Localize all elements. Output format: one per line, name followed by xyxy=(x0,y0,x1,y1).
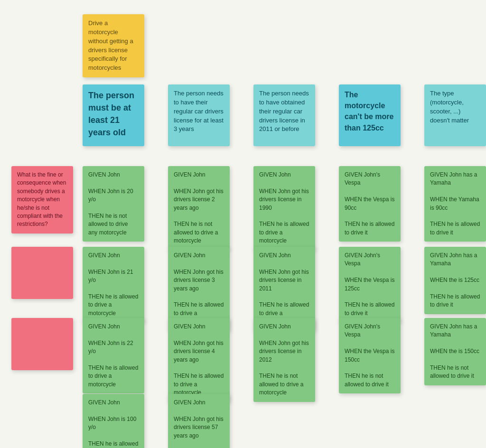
sticky-case-year1: GIVEN JohnWHEN John got his drivers lice… xyxy=(253,166,315,250)
sticky-text-case-cc1-2: THEN he is allowed to drive it xyxy=(345,221,394,235)
sticky-text-main-topic-0: Drive a motorcycle without getting a dri… xyxy=(88,19,133,71)
sticky-text-case-type3-1: WHEN the is 150cc xyxy=(430,348,479,355)
sticky-case-lic3: GIVEN JohnWHEN John got his drivers lice… xyxy=(168,318,230,402)
sticky-text-case-type1-1: WHEN the Yamaha is 90cc xyxy=(430,196,479,211)
sticky-text-case-cc2-1: WHEN the Vespa is 125cc xyxy=(345,277,394,291)
sticky-text-case-age3-0: GIVEN John xyxy=(88,323,120,330)
sticky-rule3: The person needs to have obtained their … xyxy=(253,84,315,146)
sticky-text-case-year3-0: GIVEN John xyxy=(259,323,291,330)
sticky-text-case-type2-2: THEN he is allowed to drive it xyxy=(430,293,480,308)
sticky-main-topic: Drive a motorcycle without getting a dri… xyxy=(83,14,144,77)
sticky-text-case-type1-0: GIVEN John has a Yamaha xyxy=(430,171,477,186)
sticky-text-case-age3-2: THEN he is allowed to drive a motorcycle xyxy=(88,364,138,388)
sticky-text-case-lic2-0: GIVEN John xyxy=(174,252,206,259)
sticky-text-rule2-0: The person needs to have their regular c… xyxy=(174,90,224,132)
sticky-case-type1: GIVEN John has a YamahaWHEN the Yamaha i… xyxy=(424,166,486,242)
sticky-text-case-lic3-0: GIVEN John xyxy=(174,323,206,330)
sticky-text-case-lic1-1: WHEN John got his drivers license 2 year… xyxy=(174,188,224,211)
sticky-text-case-type3-0: GIVEN John has a Yamaha xyxy=(430,323,477,338)
sticky-text-case-lic1-2: THEN he is not allowed to drive a motorc… xyxy=(174,221,218,244)
sticky-case-type2: GIVEN John has a YamahaWHEN the is 125cc… xyxy=(424,247,486,314)
sticky-text-case-age2-0: GIVEN John xyxy=(88,252,120,259)
sticky-case-lic1: GIVEN JohnWHEN John got his drivers lice… xyxy=(168,166,230,250)
sticky-text-case-age3-1: WHEN John is 22 y/o xyxy=(88,340,133,355)
sticky-text-rule4-0: The motorcycle can't be more than 125cc xyxy=(345,91,393,132)
sticky-case-cc1: GIVEN John's VespaWHEN the Vespa is 90cc… xyxy=(339,166,401,242)
sticky-text-case-lic2-1: WHEN John got his drivers license 3 year… xyxy=(174,269,224,292)
sticky-case-cc3: GIVEN John's VespaWHEN the Vespa is 150c… xyxy=(339,318,401,393)
sticky-rule2: The person needs to have their regular c… xyxy=(168,84,230,146)
sticky-text-case-year1-1: WHEN John got his drivers license in 199… xyxy=(259,188,309,211)
sticky-case-year3: GIVEN JohnWHEN John got his drivers lice… xyxy=(253,318,315,402)
sticky-text-case-year2-0: GIVEN John xyxy=(259,252,291,259)
sticky-text-rule1-0: The person must be at least 21 years old xyxy=(88,91,134,137)
sticky-text-case-age4-2: THEN he is allowed to drive a motorcycle xyxy=(88,440,138,448)
sticky-text-case-type2-0: GIVEN John has a Yamaha xyxy=(430,252,477,267)
sticky-case-age4: GIVEN JohnWHEN John is 100 y/oTHEN he is… xyxy=(83,394,144,448)
sticky-text-case-age4-1: WHEN John is 100 y/o xyxy=(88,416,136,430)
sticky-text-case-lic3-1: WHEN John got his drivers license 4 year… xyxy=(174,340,224,363)
sticky-text-case-age1-0: GIVEN John xyxy=(88,171,120,178)
sticky-pink3 xyxy=(11,318,73,370)
sticky-text-case-type2-1: WHEN the is 125cc xyxy=(430,277,479,283)
sticky-text-case-cc2-2: THEN he is allowed to drive it xyxy=(345,301,394,316)
sticky-text-case-cc3-2: THEN he is not allowed to drive it xyxy=(345,373,389,387)
sticky-text-case-year3-1: WHEN John got his drivers license in 201… xyxy=(259,340,309,363)
sticky-text-case-cc1-1: WHEN the Vespa is 90cc xyxy=(345,196,394,211)
sticky-text-case-year1-0: GIVEN John xyxy=(259,171,291,178)
sticky-question: What is the fine or consequence when som… xyxy=(11,166,73,233)
sticky-text-case-year2-1: WHEN John got his drivers license in 201… xyxy=(259,269,309,292)
sticky-text-case-lic4-1: WHEN John got his drivers license 57 yea… xyxy=(174,416,224,439)
sticky-case-age1: GIVEN JohnWHEN John is 20 y/oTHEN he is … xyxy=(83,166,144,242)
sticky-board: Drive a motorcycle without getting a dri… xyxy=(9,9,477,448)
sticky-rule5: The type (motorcycle, scooter, ...) does… xyxy=(424,84,486,146)
sticky-case-age3: GIVEN JohnWHEN John is 22 y/oTHEN he is … xyxy=(83,318,144,393)
sticky-text-case-lic4-0: GIVEN John xyxy=(174,399,206,406)
sticky-text-case-cc3-0: GIVEN John's Vespa xyxy=(345,323,380,338)
sticky-text-case-cc1-0: GIVEN John's Vespa xyxy=(345,171,380,186)
sticky-text-case-type1-2: THEN he is allowed to drive it xyxy=(430,221,480,235)
sticky-text-case-age1-2: THEN he is not allowed to drive any moto… xyxy=(88,213,128,236)
sticky-case-type3: GIVEN John has a YamahaWHEN the is 150cc… xyxy=(424,318,486,385)
sticky-text-case-cc3-1: WHEN the Vespa is 150cc xyxy=(345,348,394,363)
sticky-text-case-age1-1: WHEN John is 20 y/o xyxy=(88,188,133,203)
sticky-text-case-year1-2: THEN he is allowed to drive a motorcycle xyxy=(259,221,309,244)
sticky-case-age2: GIVEN JohnWHEN John is 21 y/oTHEN he is … xyxy=(83,247,144,322)
sticky-case-cc2: GIVEN John's VespaWHEN the Vespa is 125c… xyxy=(339,247,401,322)
sticky-text-case-lic1-0: GIVEN John xyxy=(174,171,206,178)
sticky-text-case-age2-1: WHEN John is 21 y/o xyxy=(88,269,133,283)
sticky-text-case-year3-2: THEN he is not allowed to drive a motorc… xyxy=(259,373,303,396)
sticky-pink2 xyxy=(11,247,73,299)
sticky-text-case-age4-0: GIVEN John xyxy=(88,399,120,406)
sticky-case-lic4: GIVEN JohnWHEN John got his drivers lice… xyxy=(168,394,230,448)
sticky-text-case-age2-2: THEN he is allowed to drive a motorcycle xyxy=(88,293,138,317)
sticky-text-case-type3-2: THEN he is not allowed to drive it xyxy=(430,364,474,379)
sticky-rule4: The motorcycle can't be more than 125cc xyxy=(339,84,401,146)
sticky-text-case-lic3-2: THEN he is allowed to drive a motorcycle xyxy=(174,373,224,396)
sticky-text-rule3-0: The person needs to have obtained their … xyxy=(259,90,309,132)
sticky-text-case-cc2-0: GIVEN John's Vespa xyxy=(345,252,380,267)
sticky-text-question-0: What is the fine or consequence when som… xyxy=(17,171,66,227)
sticky-rule1: The person must be at least 21 years old xyxy=(83,84,144,146)
sticky-text-rule5-0: The type (motorcycle, scooter, ...) does… xyxy=(430,90,469,124)
